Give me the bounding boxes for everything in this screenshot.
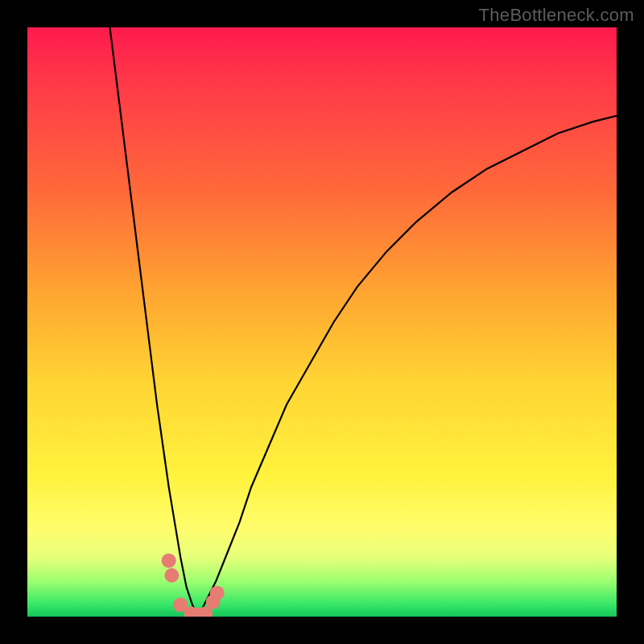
watermark-text: TheBottleneck.com <box>479 5 634 26</box>
chart-background <box>27 27 617 617</box>
chart-frame: TheBottleneck.com <box>0 0 644 644</box>
